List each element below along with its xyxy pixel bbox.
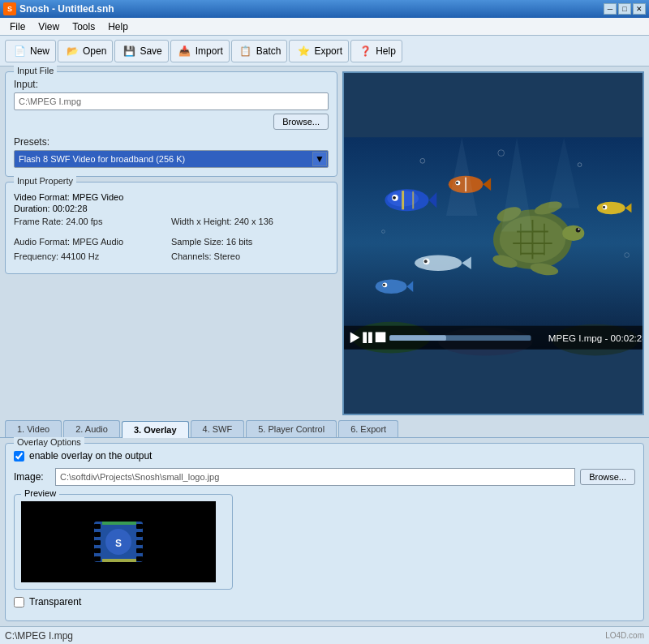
input-browse-button[interactable]: Browse... [273, 114, 329, 130]
tabs-row: 1. Video 2. Audio 3. Overlay 4. SWF 5. P… [0, 420, 649, 438]
presets-select[interactable]: Flash 8 SWF Video for broadband (256 K) [14, 150, 329, 168]
menu-tools[interactable]: Tools [66, 19, 101, 34]
enable-overlay-row: enable overlay on the output [14, 450, 635, 462]
svg-point-13 [576, 228, 581, 233]
new-icon: 📄 [11, 43, 28, 59]
svg-rect-69 [136, 556, 143, 561]
enable-overlay-label: enable overlay on the output [29, 450, 152, 462]
export-button[interactable]: ⭐ Export [289, 40, 349, 62]
preview-box: Preview [14, 494, 233, 590]
frame-rate-text: Frame Rate: 24.00 fps [14, 215, 171, 229]
save-button[interactable]: 💾 Save [114, 40, 168, 62]
window-controls: ─ □ ✕ [604, 3, 646, 15]
svg-rect-57 [389, 335, 446, 341]
presets-label: Presets: [14, 136, 329, 148]
preview-label: Preview [21, 488, 59, 498]
title-bar: S Snosh - Untitled.snh ─ □ ✕ [0, 0, 649, 18]
tab-video[interactable]: 1. Video [5, 420, 62, 437]
svg-rect-66 [136, 532, 143, 537]
video-frame: MPEG I.mpg - 00:02:28 [342, 71, 644, 415]
svg-point-31 [415, 255, 462, 271]
svg-rect-73 [102, 559, 136, 562]
freq-channels-row: Frequency: 44100 Hz Channels: Stereo [14, 250, 329, 264]
channels-text: Channels: Stereo [171, 250, 329, 264]
svg-rect-67 [136, 540, 143, 545]
overlay-options-group: Overlay Options enable overlay on the ou… [5, 443, 644, 621]
svg-point-34 [424, 260, 428, 263]
status-bar: C:\MPEG I.mpg LO4D.com [0, 626, 649, 644]
overlay-group-label: Overlay Options [14, 437, 84, 447]
svg-rect-54 [368, 332, 372, 343]
close-button[interactable]: ✕ [633, 3, 646, 15]
svg-rect-53 [363, 332, 367, 343]
bottom-area: Overlay Options enable overlay on the ou… [0, 438, 649, 626]
svg-rect-65 [136, 524, 143, 529]
presets-row: Presets: Flash 8 SWF Video for broadband… [14, 136, 329, 168]
svg-text:S: S [115, 538, 122, 549]
right-panel: MPEG I.mpg - 00:02:28 [342, 71, 644, 415]
menu-bar: File View Tools Help [0, 18, 649, 36]
new-button[interactable]: 📄 New [5, 40, 56, 62]
import-icon: 📥 [177, 43, 193, 59]
app-icon: S [3, 2, 16, 15]
import-button[interactable]: 📥 Import [170, 40, 230, 62]
input-property-label: Input Property [14, 176, 76, 186]
window-title: Snosh - Untitled.snh [19, 3, 114, 15]
menu-help[interactable]: Help [101, 19, 135, 34]
menu-view[interactable]: View [32, 19, 66, 34]
svg-rect-72 [102, 522, 136, 525]
export-icon: ⭐ [295, 43, 312, 59]
help-button[interactable]: ❓ Help [350, 40, 402, 62]
maximize-button[interactable]: □ [618, 3, 631, 15]
enable-overlay-checkbox[interactable] [14, 451, 24, 462]
image-path-field[interactable] [55, 468, 575, 486]
input-file-label: Input File [14, 66, 57, 75]
input-file-group: Input File Input: Browse... Presets: Fla… [5, 71, 337, 177]
svg-rect-60 [94, 524, 101, 529]
main-panels: Input File Input: Browse... Presets: Fla… [0, 67, 649, 420]
tab-player-control[interactable]: 5. Player Control [246, 420, 337, 437]
presets-wrapper: Flash 8 SWF Video for broadband (256 K) … [14, 150, 329, 168]
svg-rect-63 [94, 548, 101, 553]
input-path-field[interactable] [14, 92, 329, 110]
sample-size-text: Sample Size: 16 bits [171, 235, 329, 249]
input-property-group: Input Property Video Format: MPEG Video … [5, 182, 337, 274]
svg-rect-62 [94, 540, 101, 545]
preview-logo: S [90, 517, 147, 566]
svg-rect-61 [94, 532, 101, 537]
transparent-checkbox[interactable] [14, 597, 24, 608]
minimize-button[interactable]: ─ [604, 3, 617, 15]
frequency-text: Frequency: 44100 Hz [14, 250, 171, 264]
image-field-label: Image: [14, 471, 50, 483]
svg-rect-64 [94, 556, 101, 561]
svg-rect-68 [136, 548, 143, 553]
help-icon: ❓ [357, 43, 373, 59]
audio-sample-row: Audio Format: MPEG Audio Sample Size: 16… [14, 235, 329, 249]
svg-rect-0 [344, 137, 643, 349]
tab-audio[interactable]: 2. Audio [63, 420, 120, 437]
menu-file[interactable]: File [3, 19, 32, 34]
frame-dimensions-row: Frame Rate: 24.00 fps Width x Height: 24… [14, 215, 329, 229]
left-panel: Input File Input: Browse... Presets: Fla… [5, 71, 337, 415]
video-format-text: Video Format: MPEG Video [14, 192, 329, 202]
tab-export[interactable]: 6. Export [338, 420, 398, 437]
svg-text:MPEG I.mpg - 00:02:28: MPEG I.mpg - 00:02:28 [548, 333, 643, 343]
toolbar: 📄 New 📂 Open 💾 Save 📥 Import 📋 Batch ⭐ E… [0, 36, 649, 67]
batch-button[interactable]: 📋 Batch [231, 40, 288, 62]
open-icon: 📂 [64, 43, 80, 59]
image-browse-button[interactable]: Browse... [580, 469, 635, 485]
svg-point-12 [562, 225, 584, 241]
tab-overlay[interactable]: 3. Overlay [122, 421, 189, 438]
input-label: Input: [14, 79, 329, 90]
watermark: LO4D.com [605, 631, 644, 640]
tab-swf[interactable]: 4. SWF [191, 420, 245, 437]
preview-content: S [21, 501, 216, 582]
svg-point-38 [603, 206, 605, 208]
svg-point-14 [578, 229, 580, 230]
audio-format-text: Audio Format: MPEG Audio [14, 235, 171, 249]
app-window: S Snosh - Untitled.snh ─ □ ✕ File View T… [0, 0, 649, 644]
transparent-label: Transparent [29, 596, 81, 608]
image-path-row: Image: Browse... [14, 468, 635, 486]
aquarium-video: MPEG I.mpg - 00:02:28 [344, 73, 643, 414]
open-button[interactable]: 📂 Open [58, 40, 113, 62]
